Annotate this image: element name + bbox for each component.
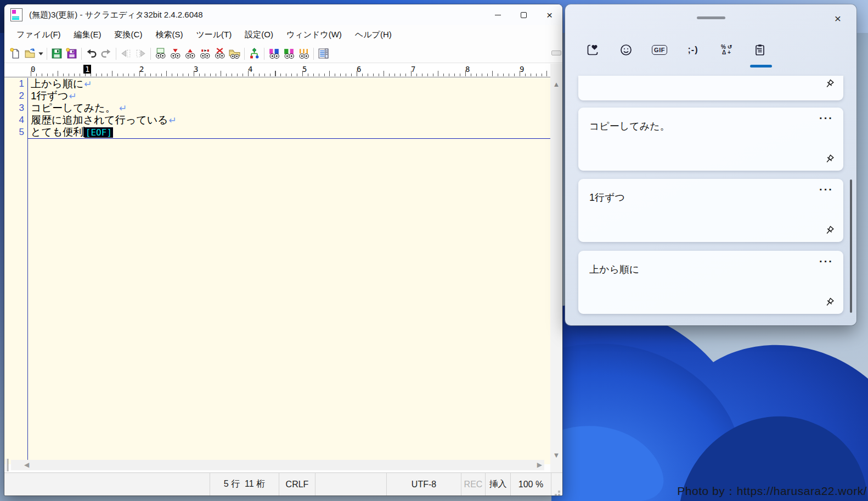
clear-search-highlight-button[interactable] [212, 46, 227, 61]
find-button[interactable] [153, 46, 168, 61]
symbols-icon: % ↺Δ + [721, 44, 732, 56]
menu-file[interactable]: ファイル(F) [10, 27, 67, 43]
file-type-settings-button[interactable] [316, 46, 331, 61]
tab-clipboard-history[interactable] [752, 42, 768, 58]
editor-line-current: 5 とても便利[EOF] [4, 126, 550, 138]
tab-recent-favorites[interactable] [585, 42, 600, 58]
column-ruler: 0 1 2 3 4 5 6 7 8 9 [4, 64, 550, 77]
more-options-button[interactable]: ··· [819, 255, 833, 268]
close-button[interactable]: × [537, 4, 562, 25]
save-as-button[interactable] [64, 46, 79, 61]
new-file-button[interactable] [8, 46, 22, 61]
pin-icon[interactable] [822, 78, 836, 91]
ruler-number: 4 [248, 65, 252, 74]
jump-previous-button[interactable] [119, 46, 133, 61]
line-number: 1 [4, 78, 24, 89]
more-options-button[interactable]: ··· [819, 112, 833, 125]
save-as-icon [65, 47, 78, 60]
toolbar [4, 44, 562, 63]
menu-settings[interactable]: 設定(O) [238, 27, 280, 43]
clipboard-card[interactable]: 上から順に ··· [578, 251, 843, 314]
clipboard-history-panel: × GIF ;-) % ↺Δ + [565, 4, 856, 325]
gif-icon: GIF [652, 45, 667, 55]
replace-button[interactable] [198, 46, 212, 61]
scroll-up-icon[interactable]: ▲ [550, 80, 562, 88]
grep-replace-button[interactable] [281, 46, 296, 61]
menu-search[interactable]: 検索(S) [149, 27, 189, 43]
scroll-down-icon[interactable]: ▼ [550, 451, 562, 459]
bookmark-search-icon [268, 47, 280, 60]
menu-convert[interactable]: 変換(C) [108, 27, 149, 43]
kaomoji-icon: ;-) [688, 45, 698, 55]
horizontal-scrollbar[interactable]: ◀ ▶ [11, 460, 544, 470]
return-mark-icon: ↵ [119, 103, 127, 114]
panel-drag-handle[interactable] [697, 16, 725, 19]
menu-window[interactable]: ウィンドウ(W) [280, 27, 348, 43]
grep-icon [228, 47, 241, 60]
search-options-button[interactable] [296, 46, 311, 61]
find-previous-icon [184, 47, 196, 60]
encoding-cell: UTF-8 [387, 473, 461, 496]
eof-marker: [EOF] [84, 127, 113, 138]
clipboard-card[interactable]: コピーしてみた。 ··· [578, 108, 843, 171]
save-button[interactable] [49, 46, 64, 61]
find-next-icon [169, 47, 182, 60]
minimize-button[interactable] [485, 4, 511, 25]
tab-emoji[interactable] [618, 42, 634, 58]
scroll-right-icon[interactable]: ▶ [537, 461, 542, 469]
tab-kaomoji[interactable]: ;-) [685, 42, 701, 58]
ruler-number: 8 [465, 65, 470, 74]
ruler-number: 3 [194, 65, 198, 74]
find-previous-button[interactable] [183, 46, 198, 61]
undo-button[interactable] [84, 46, 99, 61]
ruler-number: 2 [139, 65, 144, 74]
scroll-left-icon[interactable]: ◀ [24, 461, 29, 469]
open-dropdown-button[interactable] [37, 46, 44, 61]
toolbar-divider [116, 48, 116, 60]
text-editing-area[interactable]: 1 上から順に↵ 2 1行ずつ↵ 3 コピーしてみた。 ↵ 4 履歴に追加されて… [4, 78, 550, 464]
horizontal-splitter-handle[interactable] [5, 459, 8, 471]
tab-gif[interactable]: GIF [652, 42, 667, 58]
smiley-icon [619, 43, 633, 57]
app-icon [10, 8, 22, 21]
find-next-button[interactable] [168, 46, 183, 61]
new-file-icon [9, 47, 21, 60]
clipboard-card-text: コピーしてみた。 [589, 120, 670, 133]
ruler-number: 9 [520, 65, 524, 74]
open-file-button[interactable] [22, 46, 37, 61]
outline-analysis-button[interactable] [247, 46, 262, 61]
maximize-button[interactable] [511, 4, 537, 25]
editor-line: 2 1行ずつ↵ [4, 90, 550, 102]
undo-icon [85, 47, 98, 60]
pin-icon[interactable] [822, 153, 836, 166]
menu-edit[interactable]: 編集(E) [67, 27, 108, 43]
pin-icon[interactable] [822, 296, 836, 309]
redo-button[interactable] [99, 46, 114, 61]
panel-scrollbar-thumb[interactable] [850, 179, 852, 313]
vertical-splitter-handle[interactable] [551, 50, 561, 55]
sakura-editor-window: (無題)3(更新) - サクラエディタ32bit 2.4.2.6048 × ファ… [4, 4, 562, 496]
status-bar: 5 行 11 桁 CRLF UTF-8 REC 挿入 100 % [4, 472, 562, 496]
grep-button[interactable] [227, 46, 242, 61]
line-ending-cell: CRLF [279, 473, 315, 496]
bookmark-search-button[interactable] [267, 46, 281, 61]
open-dropdown-icon [37, 47, 44, 60]
line-number: 2 [4, 91, 24, 102]
jump-next-button[interactable] [133, 46, 148, 61]
pin-icon[interactable] [822, 224, 836, 238]
resize-grip[interactable] [551, 473, 562, 496]
more-options-button[interactable]: ··· [819, 183, 833, 196]
ruler-number: 5 [302, 65, 307, 74]
vertical-scrollbar[interactable]: ▲ ▼ [550, 64, 562, 464]
clipboard-card[interactable]: 1行ずつ ··· [578, 179, 843, 242]
clipboard-card-partial[interactable] [578, 76, 843, 100]
desktop: Photo by：https://harusara22.work/ (無題)3(… [0, 0, 868, 501]
tab-symbols[interactable]: % ↺Δ + [719, 42, 734, 58]
menu-tools[interactable]: ツール(T) [189, 27, 238, 43]
toolbar-divider [264, 48, 264, 60]
menu-help[interactable]: ヘルプ(H) [348, 27, 398, 43]
picker-tabs: GIF ;-) % ↺Δ + [585, 42, 768, 58]
toolbar-divider [47, 48, 47, 60]
editor-line: 1 上から順に↵ [4, 78, 550, 90]
panel-close-button[interactable]: × [828, 10, 848, 27]
